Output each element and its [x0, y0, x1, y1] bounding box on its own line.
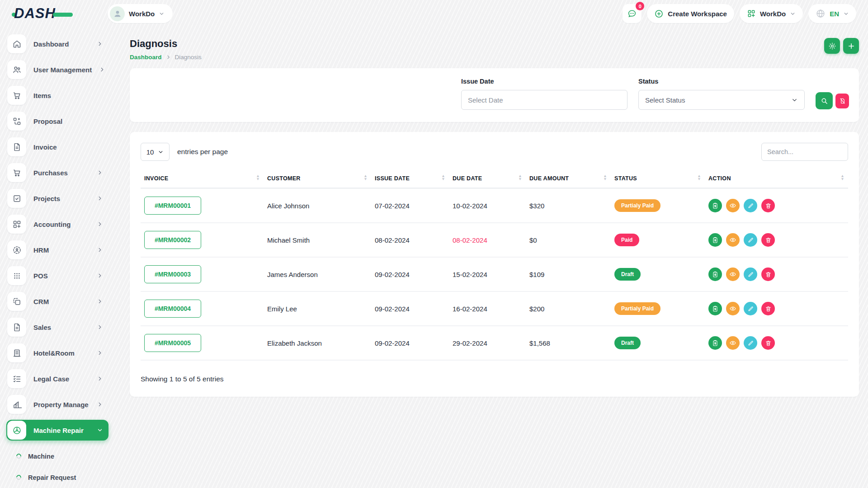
create-invoice-button[interactable] — [708, 336, 722, 350]
copy-icon — [7, 292, 26, 311]
language-selector[interactable]: EN — [808, 4, 856, 23]
sort-icon[interactable]: ▲▼ — [256, 174, 260, 181]
chevron-right-icon — [97, 195, 103, 202]
chevron-down-icon — [158, 149, 164, 155]
create-invoice-button[interactable] — [708, 302, 722, 315]
edit-button[interactable] — [744, 233, 757, 247]
create-invoice-button[interactable] — [708, 267, 722, 281]
sidebar-item-purchases[interactable]: Purchases — [6, 162, 108, 183]
due-date-cell: 10-02-2024 — [449, 188, 526, 223]
view-button[interactable] — [726, 233, 740, 247]
sort-icon[interactable]: ▲▼ — [697, 174, 701, 181]
create-invoice-button[interactable] — [708, 233, 722, 247]
sidebar-item-hrm[interactable]: HRM — [6, 239, 108, 260]
invoice-cell: #MRM00001 — [141, 188, 264, 223]
eye-icon — [729, 305, 736, 312]
sidebar-item-sales[interactable]: Sales — [6, 317, 108, 338]
column-header-due-date[interactable]: DUE DATE▲▼ — [449, 168, 526, 188]
create-workspace-button[interactable]: Create Workspace — [647, 4, 734, 23]
issue-date-cell: 09-02-2024 — [371, 257, 449, 291]
due-date-cell: 08-02-2024 — [449, 223, 526, 257]
breadcrumb-dashboard-link[interactable]: Dashboard — [130, 54, 162, 61]
status-badge: Draft — [614, 337, 641, 349]
chevron-right-icon — [97, 272, 103, 279]
sort-icon[interactable]: ▲▼ — [441, 174, 445, 181]
delete-button[interactable] — [761, 302, 775, 315]
sidebar-item-invoice[interactable]: Invoice — [6, 136, 108, 157]
chevron-right-icon — [166, 55, 171, 60]
sidebar-item-pos[interactable]: POS — [6, 265, 108, 286]
sidebar-item-label: Projects — [33, 195, 60, 202]
delete-button[interactable] — [761, 336, 775, 350]
sidebar-item-items[interactable]: Items — [6, 85, 108, 106]
table-search-input[interactable] — [761, 143, 848, 161]
sidebar-subitem-repair-request[interactable]: Repair Request — [6, 467, 108, 488]
delete-button[interactable] — [761, 267, 775, 281]
view-button[interactable] — [726, 199, 740, 212]
invoice-link[interactable]: #MRM00004 — [144, 300, 201, 318]
apply-filter-button[interactable] — [816, 92, 833, 109]
create-workspace-label: Create Workspace — [668, 10, 727, 18]
column-header-action[interactable]: ACTION▲▼ — [705, 168, 848, 188]
column-header-due-amount[interactable]: DUE AMOUNT▲▼ — [526, 168, 611, 188]
issue-date-input[interactable] — [461, 90, 627, 110]
add-button[interactable] — [843, 38, 859, 54]
edit-button[interactable] — [744, 199, 757, 212]
invoice-link[interactable]: #MRM00001 — [144, 197, 201, 215]
create-invoice-button[interactable] — [708, 199, 722, 212]
app-menu-button[interactable]: WorkDo — [740, 4, 803, 23]
reset-filter-button[interactable] — [835, 94, 849, 108]
invoice-link[interactable]: #MRM00002 — [144, 231, 201, 249]
status-select[interactable]: Select Status — [638, 90, 805, 110]
invoice-link[interactable]: #MRM00005 — [144, 334, 201, 352]
sidebar-item-proposal[interactable]: Proposal — [6, 111, 108, 131]
column-header-customer[interactable]: CUSTOMER▲▼ — [264, 168, 371, 188]
column-header-invoice[interactable]: INVOICE▲▼ — [141, 168, 264, 188]
sort-icon[interactable]: ▲▼ — [603, 174, 607, 181]
chevron-right-icon — [97, 41, 103, 47]
topbar: DASH WorkDo 0 Create Workspace — [0, 0, 868, 27]
file-off-icon — [839, 98, 846, 104]
row-actions — [708, 336, 844, 350]
view-button[interactable] — [726, 267, 740, 281]
sidebar-item-accounting[interactable]: Accounting — [6, 214, 108, 235]
view-button[interactable] — [726, 302, 740, 315]
search-icon — [821, 97, 828, 105]
sidebar-item-legal-case[interactable]: Legal Case — [6, 368, 108, 389]
sidebar-item-machine-repair[interactable]: Machine Repair — [6, 420, 108, 441]
delete-button[interactable] — [761, 199, 775, 212]
logo-text: DASH — [14, 5, 56, 22]
workspace-switcher[interactable]: WorkDo — [108, 4, 173, 23]
invoice-link[interactable]: #MRM00003 — [144, 265, 201, 283]
status-cell: Partialy Paid — [611, 291, 705, 326]
sidebar-item-hotel-room[interactable]: Hotel&Room — [6, 343, 108, 363]
sort-icon[interactable]: ▲▼ — [363, 174, 368, 181]
column-header-status[interactable]: STATUS▲▼ — [611, 168, 705, 188]
sidebar-item-label: Purchases — [33, 169, 68, 177]
edit-button[interactable] — [744, 336, 757, 350]
sidebar-subitem-machine[interactable]: Machine — [6, 446, 108, 467]
sidebar-item-dashboard[interactable]: Dashboard — [6, 33, 108, 54]
sort-icon[interactable]: ▲▼ — [840, 174, 844, 181]
sort-icon[interactable]: ▲▼ — [518, 174, 522, 181]
sidebar-item-user-management[interactable]: User Management — [6, 59, 108, 80]
invoice-cell: #MRM00003 — [141, 257, 264, 291]
chevron-right-icon — [97, 375, 103, 382]
edit-button[interactable] — [744, 302, 757, 315]
delete-button[interactable] — [761, 233, 775, 247]
sidebar-item-projects[interactable]: Projects — [6, 188, 108, 209]
view-button[interactable] — [726, 336, 740, 350]
status-badge: Paid — [614, 234, 639, 246]
shopping-cart-icon — [7, 86, 26, 105]
column-header-issue-date[interactable]: ISSUE DATE▲▼ — [371, 168, 449, 188]
edit-button[interactable] — [744, 267, 757, 281]
sidebar-item-crm[interactable]: CRM — [6, 291, 108, 312]
gear-icon — [828, 42, 836, 50]
settings-button[interactable] — [824, 38, 840, 54]
messages-button[interactable]: 0 — [623, 4, 642, 23]
entries-per-page-label: entries per page — [177, 148, 228, 156]
sidebar-item-property-manage[interactable]: Property Manage — [6, 394, 108, 415]
issue-date-cell: 09-02-2024 — [371, 326, 449, 360]
page-size-select[interactable]: 10 — [141, 143, 170, 161]
status-select-value: Select Status — [645, 96, 791, 104]
